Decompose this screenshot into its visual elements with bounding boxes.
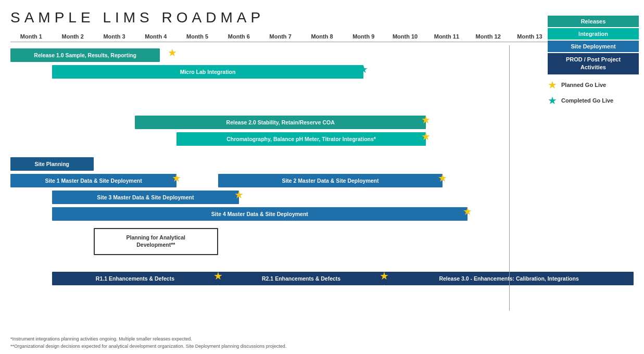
bar-release-2: Release 2.0 Stability, Retain/Reserve CO…	[135, 116, 426, 129]
star-icon-planned: ★	[548, 79, 557, 91]
page: SAMPLE LIMS ROADMAP Month 1 Month 2 Mont…	[0, 0, 644, 354]
star-chromatography: ★	[421, 130, 431, 143]
bar-site1: Site 1 Master Data & Site Deployment	[10, 174, 176, 187]
bar-site3: Site 3 Master Data & Site Deployment	[52, 191, 239, 204]
star-r11: ★	[213, 270, 223, 282]
bar-site4: Site 4 Master Data & Site Deployment	[52, 207, 468, 221]
legend-site-deployment: Site Deployment	[548, 41, 639, 52]
month-1: Month 1	[10, 33, 52, 40]
star-site1: ★	[172, 172, 181, 184]
bar-site-planning: Site Planning	[10, 157, 94, 171]
star-r21: ★	[380, 270, 389, 282]
footnote-2: **Organizational design decisions expect…	[10, 343, 286, 350]
bar-site2: Site 2 Master Data & Site Deployment	[218, 174, 443, 187]
page-title: SAMPLE LIMS ROADMAP	[10, 9, 634, 26]
legend-completed-go-live: ★ Completed Go Live	[548, 94, 639, 107]
month-9: Month 9	[343, 33, 384, 40]
month-10: Month 10	[384, 33, 426, 40]
bar-micro-lab: Micro Lab Integration	[52, 65, 364, 79]
milestone-line	[509, 45, 510, 311]
month-3: Month 3	[94, 33, 135, 40]
bar-chromatography: Chromatography, Balance pH Meter, Titrat…	[176, 132, 426, 146]
star-release-2: ★	[421, 113, 431, 126]
month-7: Month 7	[260, 33, 301, 40]
star-micro-lab: ★	[359, 63, 368, 75]
month-2: Month 2	[52, 33, 94, 40]
legend-releases: Releases	[548, 16, 639, 27]
month-4: Month 4	[135, 33, 176, 40]
month-11: Month 11	[426, 33, 468, 40]
month-8: Month 8	[301, 33, 343, 40]
star-icon-completed: ★	[548, 94, 557, 107]
month-5: Month 5	[176, 33, 218, 40]
month-6: Month 6	[218, 33, 260, 40]
footnotes: *Instrument integrations planning activi…	[10, 336, 286, 350]
bar-r11: R1.1 Enhancements & Defects	[52, 272, 218, 285]
bar-release-1: Release 1.0 Sample, Results, Reporting	[10, 48, 160, 62]
star-site2: ★	[438, 172, 447, 184]
month-header: Month 1 Month 2 Month 3 Month 4 Month 5 …	[10, 33, 634, 42]
star-site4: ★	[463, 205, 472, 218]
footnote-1: *Instrument integrations planning activi…	[10, 336, 286, 343]
month-13: Month 13	[509, 33, 551, 40]
legend-planned-go-live: ★ Planned Go Live	[548, 79, 639, 91]
gantt-area: Release 1.0 Sample, Results, Reporting ★…	[10, 45, 634, 311]
star-site3: ★	[234, 188, 244, 201]
legend-integration: Integration	[548, 28, 639, 40]
bar-planning-analytical: Planning for AnalyticalDevelopment**	[94, 228, 218, 255]
star-release-1: ★	[168, 46, 177, 59]
month-12: Month 12	[468, 33, 509, 40]
legend-prod: PROD / Post Project Activities	[548, 53, 639, 74]
legend: Releases Integration Site Deployment PRO…	[548, 16, 639, 109]
bar-r21: R2.1 Enhancements & Defects	[218, 272, 384, 285]
